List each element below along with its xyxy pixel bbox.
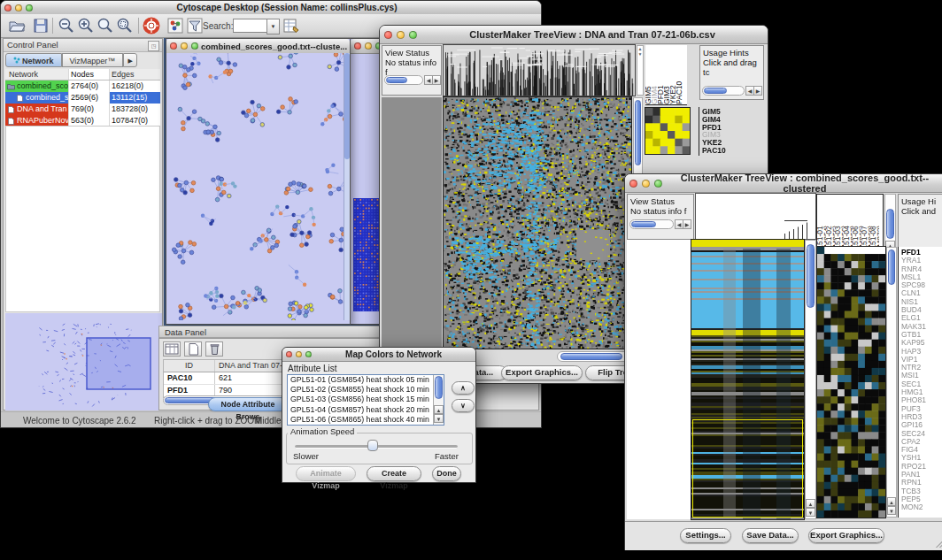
search-dropdown-icon[interactable]: ▼ (266, 19, 280, 35)
minimize-button[interactable] (15, 4, 22, 12)
scroll-down-icon[interactable]: ▼ (806, 508, 815, 517)
move-down-button[interactable]: ∨ (452, 399, 475, 412)
new-attribute-icon[interactable] (184, 341, 202, 357)
close-button[interactable] (170, 42, 177, 50)
row-dendrogram[interactable] (382, 97, 442, 349)
zoom-button[interactable] (26, 4, 33, 12)
zoom-heatmap[interactable] (817, 247, 885, 518)
dialog-titlebar[interactable]: Map Colors to Network (282, 348, 475, 362)
network-name-cell[interactable]: combined_scores (5, 81, 69, 92)
minimize-button[interactable] (397, 31, 405, 39)
col-id[interactable]: ID (164, 360, 215, 372)
attribute-item[interactable]: GPL51-04 (GSM857) heat shock 20 min (288, 405, 444, 415)
row-label[interactable]: PAC10 (702, 147, 726, 155)
close-button[interactable] (354, 42, 361, 50)
zoom-fit-icon[interactable] (97, 17, 114, 35)
create-vizmap-button[interactable]: Create Vizmap (367, 466, 421, 481)
attribute-item[interactable]: GPL51-03 (GSM856) heat shock 15 min (288, 395, 444, 404)
scrollbar-thumb[interactable] (886, 209, 894, 239)
network-window1-titlebar[interactable]: combined_scores_good.txt--cluste... (166, 39, 350, 54)
scrollbar-thumb[interactable] (386, 77, 407, 83)
column-label[interactable]: GIM3 (664, 45, 670, 104)
treeview2-titlebar[interactable]: ClusterMaker TreeView : combined_scores_… (625, 174, 942, 193)
birdseye-overview[interactable] (5, 313, 162, 410)
row-labels[interactable]: GIM5GIM4PFD1GIM3YKE2PAC10 (702, 108, 726, 155)
usage-hints-hscrollbar[interactable] (702, 86, 745, 96)
zoom-button[interactable] (409, 31, 417, 39)
column-label[interactable]: PFD1 (658, 45, 664, 104)
scroll-down-icon[interactable]: ▼ (637, 51, 643, 57)
network-view-canvas-2[interactable] (353, 198, 380, 311)
scrollbar-thumb[interactable] (435, 376, 443, 399)
column-dendrogram[interactable] (444, 45, 635, 96)
close-button[interactable] (286, 351, 292, 357)
tab-vizmapper[interactable]: VizMapper™ (62, 53, 124, 67)
attribute-list[interactable]: GPL51-01 (GSM854) heat shock 05 minGPL51… (287, 374, 444, 426)
move-up-button[interactable]: ∧ (452, 381, 475, 395)
minimize-button[interactable] (365, 42, 372, 50)
column-label[interactable]: GIM4 (652, 45, 658, 104)
scroll-down-icon[interactable]: ▼ (887, 506, 896, 515)
zoom-button[interactable] (654, 180, 662, 188)
save-data-button[interactable]: Save Data... (742, 528, 799, 543)
scrollbar-thumb[interactable] (631, 221, 656, 227)
global-heatmap[interactable] (444, 97, 631, 349)
view-status-hscrollbar[interactable] (629, 219, 674, 229)
network-name-cell[interactable]: DNA and Tran 07 (5, 104, 69, 115)
export-graphics-button[interactable]: Export Graphics... (501, 365, 583, 380)
view-status-hscrollbar[interactable] (384, 75, 423, 85)
network-name-cell[interactable]: combined_sco (5, 92, 69, 104)
scrollbar-thumb[interactable] (807, 244, 815, 308)
network-tree-row[interactable]: combined_scores2764(0)16218(0) (5, 81, 160, 92)
open-file-icon[interactable] (8, 17, 26, 35)
attribute-item[interactable]: GPL51-06 (GSM865) heat shock 40 min (288, 415, 444, 425)
column-label[interactable]: GIM5 (645, 45, 652, 104)
column-label[interactable]: YKE2 (670, 45, 676, 104)
help-lifebuoy-icon[interactable] (143, 17, 160, 35)
network-view-canvas-1[interactable] (166, 53, 344, 320)
scrollbar-thumb[interactable] (635, 100, 641, 165)
node-attribute-browser-button[interactable]: Node Attribute Brows (208, 397, 288, 411)
scroll-right-icon[interactable]: ▶ (432, 75, 441, 85)
network-tree-row[interactable]: DNA and Tran 07769(0)183728(0) (5, 104, 160, 115)
gene-labels[interactable]: PFD1YRA1RNR4MSL1SPC98CLN1NIS1BUD4ELG1MAK… (898, 247, 942, 518)
column-dendrogram[interactable] (696, 194, 815, 239)
column-labels[interactable]: GIM5GIM4PFD1GIM3YKE2PAC10 (645, 45, 687, 105)
animate-vizmap-button[interactable]: Animate Vizmap (296, 466, 356, 481)
scrollbar-thumb[interactable] (344, 53, 350, 159)
zoom-vscrollbar[interactable]: ▲ ▼ (886, 247, 897, 518)
resize-grip[interactable] (931, 535, 942, 548)
network-vertical-scrollbar[interactable] (344, 53, 350, 320)
attribute-item[interactable]: GPL51-02 (GSM855) heat shock 10 min (288, 385, 444, 395)
filter-icon[interactable] (186, 17, 204, 35)
vizmap-nodes-icon[interactable] (166, 17, 184, 35)
zoom-button[interactable] (191, 42, 198, 50)
scroll-up-icon[interactable]: ▲ (806, 499, 815, 508)
search-input[interactable] (233, 19, 268, 33)
attribute-item[interactable]: GPL51-07 (GSM868) heat shock 60 min (288, 425, 444, 426)
minimize-button[interactable] (296, 351, 302, 357)
save-icon[interactable] (32, 17, 50, 35)
col-network[interactable]: Network (5, 69, 69, 80)
scroll-down-icon[interactable]: ▼ (434, 414, 444, 423)
attribute-item[interactable]: GPL51-01 (GSM854) heat shock 05 min (288, 375, 444, 385)
treeview1-titlebar[interactable]: ClusterMaker TreeView : DNA and Tran 07-… (380, 26, 768, 44)
col-edges[interactable]: Edges (110, 69, 160, 80)
done-button[interactable]: Done (432, 466, 461, 481)
scroll-right-icon[interactable]: ▶ (753, 86, 762, 96)
attribute-list-vscrollbar[interactable]: ▲ ▼ (433, 375, 444, 425)
network-table-header[interactable]: Network Nodes Edges (5, 69, 160, 81)
column-label[interactable]: PAC10 (676, 45, 683, 104)
close-button[interactable] (629, 180, 637, 188)
scroll-right-icon[interactable]: ▶ (683, 219, 691, 229)
network-tree-row[interactable]: combined_sco2569(6)13112(15) (5, 92, 160, 104)
close-button[interactable] (4, 4, 12, 12)
speed-slider-thumb[interactable] (367, 440, 378, 451)
scrollbar-thumb[interactable] (704, 88, 727, 94)
close-button[interactable] (384, 31, 392, 39)
zoom-button[interactable] (305, 351, 312, 357)
minimize-button[interactable] (642, 180, 650, 188)
scroll-up-icon[interactable]: ▲ (434, 405, 444, 414)
attribute-select-icon[interactable] (163, 341, 181, 357)
global-heatmap[interactable] (691, 240, 804, 519)
